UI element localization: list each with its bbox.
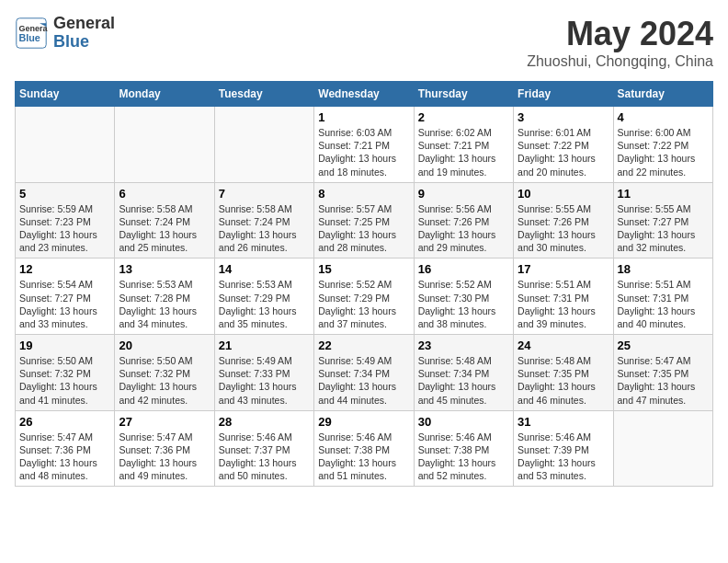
daylight-text: Daylight: 13 hours and 47 minutes. bbox=[618, 381, 696, 405]
sunrise-text: Sunrise: 5:54 AM bbox=[19, 279, 93, 290]
day-number: 29 bbox=[318, 415, 409, 429]
sunset-text: Sunset: 7:35 PM bbox=[518, 368, 589, 379]
daylight-text: Daylight: 13 hours and 32 minutes. bbox=[618, 229, 696, 253]
daylight-text: Daylight: 13 hours and 18 minutes. bbox=[318, 153, 396, 177]
sunset-text: Sunset: 7:26 PM bbox=[518, 216, 589, 227]
day-number: 24 bbox=[518, 339, 609, 352]
calendar-cell: 20Sunrise: 5:50 AMSunset: 7:32 PMDayligh… bbox=[115, 335, 214, 411]
day-number: 11 bbox=[618, 187, 709, 201]
sunrise-text: Sunrise: 5:48 AM bbox=[518, 355, 591, 366]
daylight-text: Daylight: 13 hours and 20 minutes. bbox=[518, 153, 596, 177]
calendar-week-row: 12Sunrise: 5:54 AMSunset: 7:27 PMDayligh… bbox=[16, 259, 713, 335]
calendar-title: May 2024 bbox=[527, 15, 713, 53]
sunrise-text: Sunrise: 5:46 AM bbox=[318, 431, 392, 442]
daylight-text: Daylight: 13 hours and 33 minutes. bbox=[19, 305, 97, 329]
calendar-cell: 28Sunrise: 5:46 AMSunset: 7:37 PMDayligh… bbox=[214, 410, 313, 487]
calendar-cell bbox=[115, 107, 214, 183]
sunrise-text: Sunrise: 5:48 AM bbox=[418, 355, 492, 366]
day-info: Sunrise: 5:51 AMSunset: 7:31 PMDaylight:… bbox=[518, 278, 609, 330]
calendar-cell: 13Sunrise: 5:53 AMSunset: 7:28 PMDayligh… bbox=[115, 259, 214, 335]
day-number: 1 bbox=[318, 110, 409, 124]
day-info: Sunrise: 5:49 AMSunset: 7:33 PMDaylight:… bbox=[219, 354, 310, 407]
weekday-header-wednesday: Wednesday bbox=[314, 82, 414, 107]
day-info: Sunrise: 5:56 AMSunset: 7:26 PMDaylight:… bbox=[418, 202, 509, 255]
day-number: 4 bbox=[618, 110, 709, 124]
sunrise-text: Sunrise: 5:46 AM bbox=[219, 431, 292, 442]
sunset-text: Sunset: 7:24 PM bbox=[119, 216, 190, 227]
sunset-text: Sunset: 7:21 PM bbox=[318, 140, 390, 151]
weekday-header-saturday: Saturday bbox=[613, 82, 712, 107]
sunrise-text: Sunrise: 5:47 AM bbox=[19, 431, 93, 442]
day-number: 23 bbox=[418, 339, 509, 352]
calendar-cell: 14Sunrise: 5:53 AMSunset: 7:29 PMDayligh… bbox=[214, 259, 313, 335]
calendar-cell: 9Sunrise: 5:56 AMSunset: 7:26 PMDaylight… bbox=[414, 182, 513, 259]
calendar-cell: 17Sunrise: 5:51 AMSunset: 7:31 PMDayligh… bbox=[514, 259, 613, 335]
day-info: Sunrise: 5:52 AMSunset: 7:29 PMDaylight:… bbox=[318, 278, 409, 330]
daylight-text: Daylight: 13 hours and 46 minutes. bbox=[518, 381, 596, 405]
daylight-text: Daylight: 13 hours and 38 minutes. bbox=[418, 305, 496, 329]
sunset-text: Sunset: 7:22 PM bbox=[618, 140, 689, 151]
daylight-text: Daylight: 13 hours and 22 minutes. bbox=[618, 153, 696, 177]
day-number: 27 bbox=[119, 415, 210, 429]
sunrise-text: Sunrise: 6:03 AM bbox=[318, 127, 392, 138]
day-number: 17 bbox=[518, 262, 609, 276]
day-info: Sunrise: 5:57 AMSunset: 7:25 PMDaylight:… bbox=[318, 202, 409, 255]
day-number: 25 bbox=[618, 339, 709, 352]
calendar-cell: 29Sunrise: 5:46 AMSunset: 7:38 PMDayligh… bbox=[314, 410, 414, 487]
daylight-text: Daylight: 13 hours and 43 minutes. bbox=[219, 381, 297, 405]
sunset-text: Sunset: 7:36 PM bbox=[119, 444, 190, 455]
page-header: General Blue General Blue May 2024 Zhuos… bbox=[15, 15, 713, 70]
calendar-cell: 15Sunrise: 5:52 AMSunset: 7:29 PMDayligh… bbox=[314, 259, 414, 335]
sunrise-text: Sunrise: 5:49 AM bbox=[219, 355, 292, 366]
sunrise-text: Sunrise: 5:57 AM bbox=[318, 203, 392, 214]
day-number: 18 bbox=[618, 262, 709, 276]
day-number: 13 bbox=[119, 262, 210, 276]
day-number: 9 bbox=[418, 187, 509, 201]
calendar-cell bbox=[16, 107, 115, 183]
daylight-text: Daylight: 13 hours and 29 minutes. bbox=[418, 229, 496, 253]
day-info: Sunrise: 5:58 AMSunset: 7:24 PMDaylight:… bbox=[119, 202, 210, 255]
location-subtitle: Zhuoshui, Chongqing, China bbox=[527, 53, 713, 70]
day-info: Sunrise: 5:54 AMSunset: 7:27 PMDaylight:… bbox=[19, 278, 110, 330]
daylight-text: Daylight: 13 hours and 49 minutes. bbox=[119, 457, 197, 481]
day-number: 15 bbox=[318, 262, 409, 276]
day-info: Sunrise: 5:51 AMSunset: 7:31 PMDaylight:… bbox=[618, 278, 709, 330]
day-info: Sunrise: 5:50 AMSunset: 7:32 PMDaylight:… bbox=[119, 354, 210, 407]
daylight-text: Daylight: 13 hours and 51 minutes. bbox=[318, 457, 396, 481]
title-area: May 2024 Zhuoshui, Chongqing, China bbox=[527, 15, 713, 70]
sunrise-text: Sunrise: 6:00 AM bbox=[618, 127, 691, 138]
day-info: Sunrise: 5:46 AMSunset: 7:39 PMDaylight:… bbox=[518, 431, 609, 483]
sunrise-text: Sunrise: 5:55 AM bbox=[618, 203, 691, 214]
sunset-text: Sunset: 7:23 PM bbox=[19, 216, 91, 227]
sunrise-text: Sunrise: 6:02 AM bbox=[418, 127, 492, 138]
calendar-body: 1Sunrise: 6:03 AMSunset: 7:21 PMDaylight… bbox=[16, 107, 713, 487]
calendar-cell: 12Sunrise: 5:54 AMSunset: 7:27 PMDayligh… bbox=[16, 259, 115, 335]
logo-icon: General Blue bbox=[15, 17, 48, 50]
day-number: 5 bbox=[19, 187, 110, 201]
daylight-text: Daylight: 13 hours and 48 minutes. bbox=[19, 457, 97, 481]
day-number: 19 bbox=[19, 339, 110, 352]
sunrise-text: Sunrise: 5:50 AM bbox=[119, 355, 192, 366]
sunrise-text: Sunrise: 5:50 AM bbox=[19, 355, 93, 366]
day-number: 26 bbox=[19, 415, 110, 429]
day-number: 21 bbox=[219, 339, 310, 352]
day-info: Sunrise: 5:49 AMSunset: 7:34 PMDaylight:… bbox=[318, 354, 409, 407]
day-info: Sunrise: 5:47 AMSunset: 7:36 PMDaylight:… bbox=[19, 431, 110, 483]
sunset-text: Sunset: 7:21 PM bbox=[418, 140, 490, 151]
sunrise-text: Sunrise: 5:58 AM bbox=[219, 203, 292, 214]
daylight-text: Daylight: 13 hours and 30 minutes. bbox=[518, 229, 596, 253]
sunrise-text: Sunrise: 5:55 AM bbox=[518, 203, 591, 214]
sunset-text: Sunset: 7:38 PM bbox=[418, 444, 490, 455]
calendar-cell: 5Sunrise: 5:59 AMSunset: 7:23 PMDaylight… bbox=[16, 182, 115, 259]
daylight-text: Daylight: 13 hours and 19 minutes. bbox=[418, 153, 496, 177]
day-info: Sunrise: 5:48 AMSunset: 7:34 PMDaylight:… bbox=[418, 354, 509, 407]
day-number: 30 bbox=[418, 415, 509, 429]
day-info: Sunrise: 6:03 AMSunset: 7:21 PMDaylight:… bbox=[318, 126, 409, 178]
sunset-text: Sunset: 7:29 PM bbox=[219, 293, 290, 304]
day-number: 8 bbox=[318, 187, 409, 201]
calendar-cell: 19Sunrise: 5:50 AMSunset: 7:32 PMDayligh… bbox=[16, 335, 115, 411]
sunrise-text: Sunrise: 5:58 AM bbox=[119, 203, 192, 214]
daylight-text: Daylight: 13 hours and 53 minutes. bbox=[518, 457, 596, 481]
day-number: 7 bbox=[219, 187, 310, 201]
day-info: Sunrise: 5:50 AMSunset: 7:32 PMDaylight:… bbox=[19, 354, 110, 407]
